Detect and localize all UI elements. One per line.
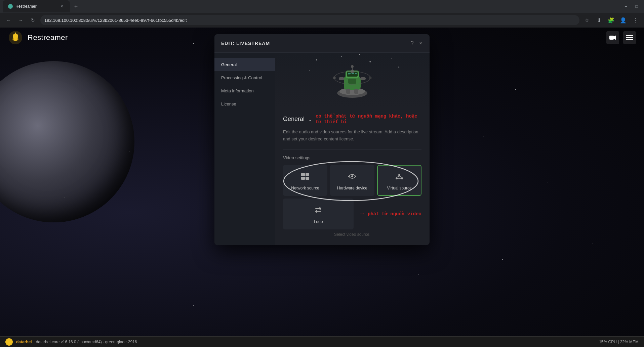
svg-rect-42: [306, 177, 309, 180]
profile-icon[interactable]: 👤: [618, 15, 628, 25]
forward-button[interactable]: →: [16, 15, 26, 25]
svg-point-46: [398, 174, 400, 176]
maximize-icon[interactable]: □: [632, 2, 641, 11]
status-logo: [5, 338, 13, 346]
virtual-source-label: Virtual source: [387, 186, 411, 190]
browser-chrome: Restreamer × + − □ ← → ↻ ☆ ⬇ 🧩 👤 ⋮: [0, 0, 644, 28]
hardware-device-icon: [348, 172, 357, 182]
svg-point-43: [351, 175, 353, 177]
annotation-text: có thể phát từ nguồn mạng khác, hoặc từ …: [316, 113, 421, 125]
svg-point-48: [401, 177, 403, 179]
section-title: General ↓ có thể phát từ nguồn mạng khác…: [283, 113, 421, 125]
svg-rect-39: [301, 173, 305, 176]
divider: [283, 149, 421, 150]
svg-point-15: [398, 67, 399, 68]
source-row-wrapper: Network source: [283, 165, 421, 196]
sidebar-item-processing[interactable]: Processing & Control: [214, 71, 275, 84]
menu-icon[interactable]: ⋮: [631, 15, 640, 25]
video-settings-label: Video settings: [283, 155, 421, 160]
active-tab[interactable]: Restreamer ×: [3, 0, 70, 12]
network-source-button[interactable]: Network source: [283, 165, 327, 196]
modal-body: General Processing & Control Meta inform…: [214, 53, 430, 245]
svg-point-11: [316, 59, 317, 60]
svg-point-18: [334, 71, 370, 84]
tab-close-button[interactable]: ×: [59, 4, 65, 9]
minimize-icon[interactable]: −: [621, 2, 631, 11]
virtual-source-icon: [395, 172, 404, 182]
svg-rect-40: [306, 173, 309, 176]
svg-point-14: [391, 58, 392, 58]
browser-icons: ☆ ⬇ 🧩 👤 ⋮: [582, 15, 640, 25]
svg-line-50: [399, 176, 402, 177]
source-grid: Network source: [283, 165, 421, 229]
status-brand: datarhei: [16, 340, 32, 344]
section-description: Edit the audio and video sources for the…: [283, 129, 421, 143]
status-stats: 15% CPU | 22% MEM: [599, 340, 639, 344]
robot-illustration: [275, 53, 430, 106]
virtual-source-button[interactable]: Virtual source: [377, 165, 421, 196]
loop-label: Loop: [314, 219, 323, 224]
sidebar-item-general[interactable]: General: [214, 58, 275, 71]
address-bar[interactable]: [40, 15, 579, 25]
svg-point-47: [396, 177, 398, 179]
source-row-top: Network source: [283, 165, 421, 196]
svg-rect-41: [301, 177, 305, 180]
modal-sidebar: General Processing & Control Meta inform…: [214, 53, 275, 245]
hardware-device-button[interactable]: Hardware device: [330, 165, 374, 196]
star-icon[interactable]: ☆: [582, 15, 592, 25]
section-title-text: General: [283, 116, 305, 123]
svg-point-19: [351, 70, 354, 73]
svg-line-49: [397, 176, 399, 177]
network-source-icon: [300, 172, 310, 182]
extensions-icon[interactable]: 🧩: [606, 15, 616, 25]
modal-content: General ↓ có thể phát từ nguồn mạng khác…: [275, 53, 430, 245]
svg-point-20: [333, 76, 336, 79]
modal-dialog: EDIT: LIVESTREAM ? × General Processing …: [214, 34, 430, 245]
loop-icon: [314, 206, 323, 216]
download-icon[interactable]: ⬇: [594, 15, 604, 25]
status-info: datarhei-core v16.16.0 (linux/amd64) · g…: [36, 340, 137, 344]
help-button[interactable]: ?: [410, 40, 414, 47]
svg-point-21: [369, 76, 372, 79]
tab-bar: Restreamer × + − □: [0, 0, 644, 13]
close-button[interactable]: ×: [418, 40, 423, 47]
modal-header-icons: ? ×: [410, 40, 423, 47]
select-hint: Select video source.: [283, 229, 421, 238]
svg-point-16: [309, 70, 310, 71]
hardware-device-label: Hardware device: [337, 186, 367, 190]
network-source-label: Network source: [291, 186, 319, 190]
browser-controls: ← → ↻ ☆ ⬇ 🧩 👤 ⋮: [0, 13, 644, 28]
arrow-right-icon: →: [359, 210, 365, 217]
content-section: General ↓ có thể phát từ nguồn mạng khác…: [275, 106, 430, 245]
modal-header: EDIT: LIVESTREAM ? ×: [214, 34, 430, 53]
loop-annotation: phát từ nguồn video: [368, 211, 421, 217]
svg-point-13: [369, 61, 371, 62]
down-arrow-icon: ↓: [309, 116, 312, 123]
modal-title: EDIT: LIVESTREAM: [221, 41, 270, 46]
sidebar-item-license[interactable]: License: [214, 97, 275, 111]
loop-row: Loop → phát từ nguồn video: [283, 199, 421, 229]
status-bar: datarhei datarhei-core v16.16.0 (linux/a…: [0, 336, 644, 347]
loop-button[interactable]: Loop: [283, 199, 354, 229]
new-tab-button[interactable]: +: [71, 2, 81, 11]
modal-overlay: EDIT: LIVESTREAM ? × General Processing …: [0, 28, 644, 336]
svg-point-12: [341, 56, 342, 57]
back-button[interactable]: ←: [4, 15, 13, 25]
tab-title: Restreamer: [15, 4, 37, 9]
sidebar-item-meta[interactable]: Meta information: [214, 84, 275, 97]
background-scene: Restreamer EDIT: LIVESTREAM: [0, 28, 644, 336]
svg-point-17: [359, 54, 360, 55]
tab-favicon: [8, 4, 13, 9]
reload-button[interactable]: ↻: [28, 15, 38, 25]
